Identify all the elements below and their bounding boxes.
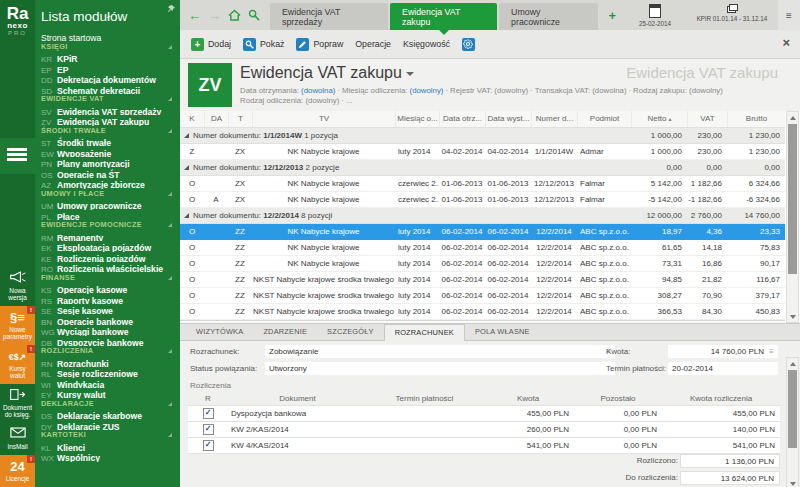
- sidebar-item-bn[interactable]: BNOperacje bankowe: [41, 315, 178, 326]
- search-icon[interactable]: [248, 9, 260, 21]
- sidebar-item-sv[interactable]: SVEwidencja VAT sprzedaży: [41, 105, 178, 116]
- sidebar-section-deklaracje[interactable]: DEKLARACJE: [41, 399, 178, 410]
- filter-value[interactable]: (dowolna): [301, 86, 335, 95]
- column-header-entity[interactable]: Podmiot: [577, 111, 631, 127]
- tab-zdarzenie[interactable]: ZDARZENIE: [253, 324, 317, 340]
- table-row[interactable]: OAZXNK Nabycie krajoweczerwiec 2...01-06…: [180, 192, 785, 208]
- window-menu-button[interactable]: ≡: [778, 0, 800, 30]
- sidebar-item-wg[interactable]: WGWyciągi bankowe: [41, 325, 178, 336]
- sidebar-item-db[interactable]: DBDyspozycje bankowe: [41, 336, 178, 347]
- sidebar-section-umowy-i-p-ace[interactable]: UMOWY I PŁACE: [41, 189, 178, 200]
- sidebar-item-ro[interactable]: RORozliczenia właścicielskie: [41, 262, 178, 273]
- sidebar-item-pl[interactable]: PLPłace: [41, 210, 178, 221]
- sidebar-item-sd[interactable]: SDSchematy dekretacji: [41, 84, 178, 95]
- column-header-k[interactable]: K: [180, 111, 204, 127]
- add-button[interactable]: + Dodaj: [188, 36, 234, 53]
- sidebar-section-kartoteki[interactable]: KARTOTEKI: [41, 430, 178, 441]
- pin-icon[interactable]: [167, 4, 176, 13]
- tab-umowy-pracownicze[interactable]: Umowy pracownicze: [499, 3, 598, 30]
- sidebar-item-st[interactable]: STŚrodki trwałe: [41, 136, 178, 147]
- rozliczenia-row[interactable]: ✓KW 4/KAS/2014541,00 PLN0,00 PLN541,00 P…: [188, 438, 780, 454]
- table-row[interactable]: OZXNK Nabycie krajoweczerwiec 2...01-06-…: [180, 176, 785, 192]
- sidebar-item-ep[interactable]: EPEP: [41, 63, 178, 74]
- column-header-month[interactable]: Miesiąc o...: [395, 111, 439, 127]
- table-group-row[interactable]: Numer dokumentu: 12/2/2014 8 pozycji12 0…: [180, 208, 785, 224]
- filter-value[interactable]: (dowolna): [592, 86, 626, 95]
- tab-ewidencja-vat-sprzedazy[interactable]: Ewidencja VAT sprzedaży: [270, 3, 388, 30]
- tab-szczegoly[interactable]: SZCZEGÓŁY: [317, 324, 384, 340]
- sidebar-item-ke[interactable]: KERozliczenia pojazdów: [41, 252, 178, 263]
- scrollbar-thumb[interactable]: [788, 124, 797, 274]
- sidebar-item-dy[interactable]: DYDeklaracje ZUS: [41, 420, 178, 431]
- accounting-button[interactable]: Księgowość: [400, 37, 453, 51]
- column-header-brutto[interactable]: Brutto: [727, 111, 785, 127]
- sidebar-section-finanse[interactable]: FINANSE: [41, 273, 178, 284]
- column-header-number[interactable]: Numer d...: [531, 111, 577, 127]
- rail-badge-licencje[interactable]: ! 24 Licencje: [0, 455, 35, 487]
- sidebar-item-rl[interactable]: RLSesje rozliczeniowe: [41, 367, 178, 378]
- filter-value[interactable]: (dowolny): [494, 86, 528, 95]
- show-button[interactable]: Pokaż: [240, 36, 287, 53]
- tab-wizytowka[interactable]: WIZYTÓWKA: [186, 324, 253, 340]
- sidebar-item-wx[interactable]: WXWspólnicy: [41, 451, 178, 462]
- rail-badge-dokument-do-ksieg[interactable]: Dokument do księg.: [0, 384, 35, 423]
- sidebar-item-se[interactable]: SESesje kasowe: [41, 304, 178, 315]
- back-icon[interactable]: ←: [188, 9, 201, 22]
- table-row[interactable]: OZZNKST Nabycie krajowe środka trwałegol…: [180, 272, 785, 288]
- sidebar-item-zv[interactable]: ZVEwidencja VAT zakupu: [41, 115, 178, 126]
- sidebar-section-ewidencje-vat[interactable]: EWIDENCJE VAT: [41, 94, 178, 105]
- home-icon[interactable]: [228, 9, 241, 21]
- table-row[interactable]: OZZNK Nabycie krajoweluty 201406-02-2014…: [180, 224, 785, 240]
- scroll-up-icon[interactable]: [787, 358, 798, 369]
- sidebar-item-os[interactable]: OSOperacje na ŚT: [41, 168, 178, 179]
- filter-value[interactable]: (dowolny): [689, 86, 723, 95]
- work-date-widget[interactable]: 25-02-2014: [624, 0, 686, 30]
- rail-badge-nowe-parametry[interactable]: ! §≡ Nowe parametry: [0, 306, 35, 345]
- sidebar-item-ey[interactable]: EYKursy walut: [41, 388, 178, 399]
- sidebar-item-kl[interactable]: KLKlienci: [41, 441, 178, 452]
- rail-badge-kursy-walut[interactable]: ! €$↗ Kursy walut: [0, 345, 35, 384]
- column-header-vat[interactable]: VAT: [687, 111, 727, 127]
- scrollbar-thumb[interactable]: [788, 370, 797, 448]
- column-header-issued[interactable]: Data wyst...: [485, 111, 531, 127]
- table-row[interactable]: ZZXNK Nabycie krajoweluty 201404-02-2014…: [180, 144, 785, 160]
- sidebar-item-ks[interactable]: KSOperacje kasowe: [41, 283, 178, 294]
- sidebar-item-dd[interactable]: DDDekretacja dokumentów: [41, 73, 178, 84]
- rail-badge-insmail[interactable]: InsMail: [0, 423, 35, 455]
- rozliczenia-row[interactable]: ✓Dyspozycja bankowa455,00 PLN0,00 PLN455…: [188, 405, 780, 422]
- table-group-row[interactable]: Numer dokumentu: 1/1/2014W 1 pozycja1 00…: [180, 128, 785, 144]
- operations-button[interactable]: Operacje: [352, 37, 394, 51]
- sidebar-section-rozliczenia[interactable]: ROZLICZENIA: [41, 346, 178, 357]
- scroll-down-icon[interactable]: [787, 311, 798, 322]
- scroll-down-icon[interactable]: [787, 478, 798, 487]
- checkbox-checked-icon[interactable]: ✓: [203, 424, 214, 435]
- sidebar-item-rs[interactable]: RSRaporty kasowe: [41, 294, 178, 305]
- tab-rozrachunek[interactable]: ROZRACHUNEK: [384, 324, 465, 341]
- sidebar-item-wi[interactable]: WIWindykacja: [41, 378, 178, 389]
- sidebar-item-um[interactable]: UMUmowy pracownicze: [41, 199, 178, 210]
- sidebar-item-pn[interactable]: PNPlany amortyzacji: [41, 157, 178, 168]
- checkbox-checked-icon[interactable]: ✓: [203, 440, 214, 451]
- modules-menu-button[interactable]: [0, 138, 35, 174]
- column-header-netto[interactable]: Netto▴: [631, 111, 687, 127]
- tab-pola-wlasne[interactable]: POLA WŁASNE: [465, 324, 540, 340]
- sidebar-section--rodki-trwa-e[interactable]: ŚRODKI TRWAŁE: [41, 126, 178, 137]
- period-widget[interactable]: KPiR 01.01.14 - 31.12.14: [686, 0, 778, 30]
- rozrachunek-select[interactable]: Zobowiązanie ≡: [265, 345, 615, 358]
- table-group-row[interactable]: Numer dokumentu: 12/12/2013 2 pozycje0,0…: [180, 160, 785, 176]
- table-row[interactable]: OZZNK Nabycie krajoweluty 201406-02-2014…: [180, 240, 785, 256]
- settings-button[interactable]: [459, 36, 478, 53]
- sidebar-item-kr[interactable]: KRKPiR: [41, 52, 178, 63]
- sidebar-item-rn[interactable]: RNRozrachunki: [41, 357, 178, 368]
- column-header-t[interactable]: T: [228, 111, 252, 127]
- sidebar-item-strona-startowa[interactable]: Strona startowa: [41, 31, 178, 42]
- column-header-da[interactable]: DA: [204, 111, 228, 127]
- kwota-field[interactable]: 14 760,00 PLN ≡: [668, 345, 778, 358]
- rail-badge-nowa-wersja[interactable]: Nowa wersja: [0, 267, 35, 306]
- close-module-icon[interactable]: ×: [782, 35, 790, 50]
- rozliczenia-row[interactable]: ✓KW 2/KAS/2014260,00 PLN0,00 PLN140,00 P…: [188, 422, 780, 438]
- forward-icon[interactable]: →: [208, 9, 221, 22]
- sidebar-section-ksi-gi[interactable]: KSIĘGI: [41, 42, 178, 53]
- module-title[interactable]: Ewidencja VAT zakupu: [240, 64, 414, 82]
- table-row[interactable]: OZZNKST Nabycie krajowe środka trwałegol…: [180, 304, 785, 320]
